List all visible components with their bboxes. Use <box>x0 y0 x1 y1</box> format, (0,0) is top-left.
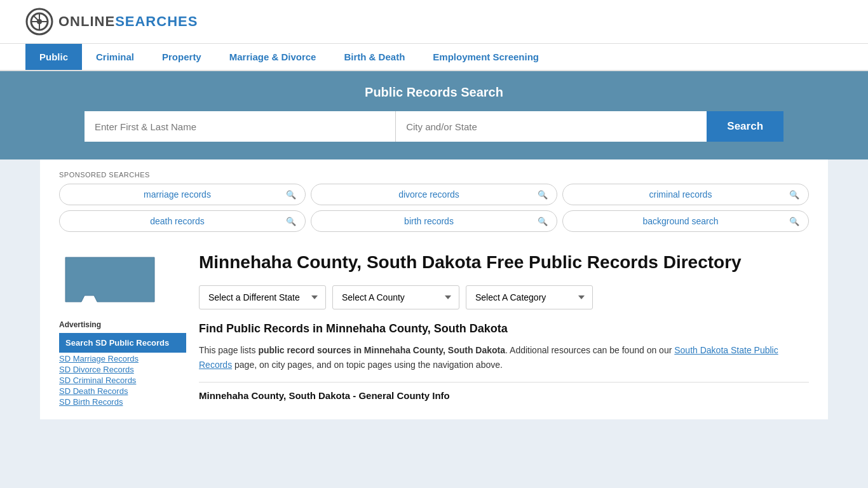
advertising-label: Advertising <box>59 320 186 329</box>
sponsored-pill-text-death: death records <box>69 216 286 226</box>
logo-icon <box>25 8 53 36</box>
search-pill-icon-criminal: 🔍 <box>789 190 799 200</box>
nav-item-birth-death[interactable]: Birth & Death <box>330 44 419 70</box>
sponsored-pill-marriage[interactable]: marriage records 🔍 <box>59 184 306 205</box>
sponsored-pill-text-divorce: divorce records <box>320 189 538 200</box>
search-pill-icon-marriage: 🔍 <box>286 190 296 200</box>
page-title: Minnehaha County, South Dakota Free Publ… <box>199 251 809 274</box>
sidebar: Advertising Search SD Public Records SD … <box>59 251 186 408</box>
header: ONLINESEARCHES <box>0 0 868 44</box>
nav-item-public[interactable]: Public <box>25 44 82 70</box>
state-dropdown[interactable]: Select a Different State <box>199 285 326 309</box>
svg-marker-3 <box>65 257 154 302</box>
sponsored-pill-birth[interactable]: birth records 🔍 <box>311 210 557 232</box>
search-form: Search <box>85 111 783 142</box>
name-input[interactable] <box>85 111 396 142</box>
nav-item-employment[interactable]: Employment Screening <box>419 44 553 70</box>
body-section: Advertising Search SD Public Records SD … <box>59 245 809 408</box>
nav-item-marriage-divorce[interactable]: Marriage & Divorce <box>215 44 330 70</box>
find-records-title: Find Public Records in Minnehaha County,… <box>199 322 809 336</box>
find-records-section: Find Public Records in Minnehaha County,… <box>199 322 809 401</box>
logo[interactable]: ONLINESEARCHES <box>25 8 198 36</box>
ad-highlight[interactable]: Search SD Public Records <box>59 333 186 353</box>
main-content: SPONSORED SEARCHES marriage records 🔍 di… <box>40 159 828 419</box>
logo-text-searches: SEARCHES <box>115 13 198 29</box>
county-info-title: Minnehaha County, South Dakota - General… <box>199 382 809 401</box>
nav-item-criminal[interactable]: Criminal <box>82 44 148 70</box>
search-pill-icon-background: 🔍 <box>789 217 799 226</box>
search-banner-title: Public Records Search <box>25 85 843 100</box>
find-records-desc: This page lists public record sources in… <box>199 343 809 372</box>
find-desc-part2: . Additional resources can be found on o… <box>505 345 674 355</box>
state-map <box>59 251 161 308</box>
sponsored-pill-text-birth: birth records <box>320 216 538 226</box>
ad-link-criminal[interactable]: SD Criminal Records <box>59 376 186 385</box>
nav-item-property[interactable]: Property <box>148 44 215 70</box>
search-pill-icon-birth: 🔍 <box>538 217 548 226</box>
nav: Public Criminal Property Marriage & Divo… <box>0 44 868 71</box>
sponsored-pill-divorce[interactable]: divorce records 🔍 <box>311 184 557 205</box>
find-desc-bold: public record sources in Minnehaha Count… <box>258 345 505 355</box>
find-desc-part3: page, on city pages, and on topic pages … <box>232 360 503 370</box>
ad-link-birth[interactable]: SD Birth Records <box>59 397 186 407</box>
category-dropdown[interactable]: Select A Category <box>466 285 593 309</box>
find-desc-part1: This page lists <box>199 345 258 355</box>
sponsored-pill-text-background: background search <box>572 216 789 226</box>
dropdowns-row: Select a Different State Select A County… <box>199 285 809 309</box>
search-banner: Public Records Search Search <box>0 71 868 159</box>
sponsored-label: SPONSORED SEARCHES <box>59 171 809 179</box>
search-pill-icon-divorce: 🔍 <box>538 190 548 200</box>
sponsored-section: SPONSORED SEARCHES marriage records 🔍 di… <box>59 171 809 232</box>
search-pill-icon-death: 🔍 <box>286 217 296 226</box>
search-button[interactable]: Search <box>707 111 783 142</box>
content-right: Minnehaha County, South Dakota Free Publ… <box>199 251 809 408</box>
sponsored-pill-death[interactable]: death records 🔍 <box>59 210 306 232</box>
sponsored-pill-text-marriage: marriage records <box>69 189 286 200</box>
sponsored-grid: marriage records 🔍 divorce records 🔍 cri… <box>59 184 809 232</box>
sponsored-pill-text-criminal: criminal records <box>572 189 789 200</box>
ad-link-divorce[interactable]: SD Divorce Records <box>59 365 186 374</box>
county-dropdown[interactable]: Select A County <box>332 285 459 309</box>
ad-link-marriage[interactable]: SD Marriage Records <box>59 354 186 363</box>
location-input[interactable] <box>396 111 707 142</box>
logo-text-online: ONLINE <box>58 13 115 29</box>
sponsored-pill-background[interactable]: background search 🔍 <box>562 210 809 232</box>
sponsored-pill-criminal[interactable]: criminal records 🔍 <box>562 184 809 205</box>
ad-link-death[interactable]: SD Death Records <box>59 386 186 396</box>
